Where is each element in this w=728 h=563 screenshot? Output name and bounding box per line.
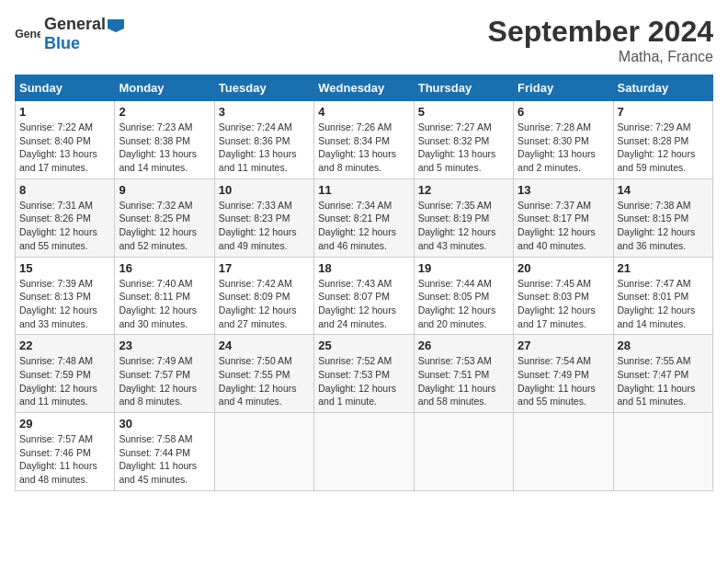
table-row: 8Sunrise: 7:31 AMSunset: 8:26 PMDaylight… xyxy=(16,178,115,257)
logo-arrow-icon xyxy=(108,19,124,32)
table-row: 2Sunrise: 7:23 AMSunset: 8:38 PMDaylight… xyxy=(115,101,214,179)
day-info: Sunrise: 7:39 AMSunset: 8:13 PMDaylight:… xyxy=(19,277,110,331)
col-monday: Monday xyxy=(115,75,214,101)
day-info: Sunrise: 7:50 AMSunset: 7:55 PMDaylight:… xyxy=(219,354,310,408)
day-info: Sunrise: 7:44 AMSunset: 8:05 PMDaylight:… xyxy=(418,277,509,331)
table-row: 26Sunrise: 7:53 AMSunset: 7:51 PMDayligh… xyxy=(414,335,513,413)
col-sunday: Sunday xyxy=(16,75,115,101)
day-number: 25 xyxy=(318,339,409,352)
table-row: 21Sunrise: 7:47 AMSunset: 8:01 PMDayligh… xyxy=(613,257,712,335)
table-row: 4Sunrise: 7:26 AMSunset: 8:34 PMDaylight… xyxy=(314,101,414,179)
table-row: 24Sunrise: 7:50 AMSunset: 7:55 PMDayligh… xyxy=(214,335,313,413)
day-info: Sunrise: 7:37 AMSunset: 8:17 PMDaylight:… xyxy=(518,199,609,253)
day-number: 16 xyxy=(119,261,210,275)
day-info: Sunrise: 7:35 AMSunset: 8:19 PMDaylight:… xyxy=(418,199,509,253)
day-info: Sunrise: 7:23 AMSunset: 8:38 PMDaylight:… xyxy=(119,121,210,175)
day-info: Sunrise: 7:32 AMSunset: 8:25 PMDaylight:… xyxy=(119,199,210,253)
day-info: Sunrise: 7:48 AMSunset: 7:59 PMDaylight:… xyxy=(19,354,110,408)
day-number: 28 xyxy=(618,339,709,352)
day-info: Sunrise: 7:24 AMSunset: 8:36 PMDaylight:… xyxy=(219,121,310,175)
table-row: 12Sunrise: 7:35 AMSunset: 8:19 PMDayligh… xyxy=(414,178,513,257)
day-number: 26 xyxy=(418,339,509,352)
logo: General General Blue xyxy=(15,15,124,53)
day-number: 18 xyxy=(318,261,409,275)
table-row: 1Sunrise: 7:22 AMSunset: 8:40 PMDaylight… xyxy=(16,101,115,179)
day-info: Sunrise: 7:53 AMSunset: 7:51 PMDaylight:… xyxy=(418,354,509,408)
day-number: 20 xyxy=(518,261,609,275)
day-number: 4 xyxy=(318,105,409,119)
table-row xyxy=(514,413,613,491)
table-row: 23Sunrise: 7:49 AMSunset: 7:57 PMDayligh… xyxy=(115,335,214,413)
logo-text-general: General xyxy=(44,15,106,33)
day-info: Sunrise: 7:28 AMSunset: 8:30 PMDaylight:… xyxy=(518,121,609,175)
day-info: Sunrise: 7:57 AMSunset: 7:46 PMDaylight:… xyxy=(19,432,110,487)
table-row: 13Sunrise: 7:37 AMSunset: 8:17 PMDayligh… xyxy=(514,178,613,257)
day-info: Sunrise: 7:43 AMSunset: 8:07 PMDaylight:… xyxy=(318,277,409,331)
day-info: Sunrise: 7:54 AMSunset: 7:49 PMDaylight:… xyxy=(518,354,609,408)
calendar-table: Sunday Monday Tuesday Wednesday Thursday… xyxy=(15,75,713,491)
col-friday: Friday xyxy=(514,75,613,101)
day-number: 24 xyxy=(219,339,310,352)
table-row xyxy=(314,413,414,491)
table-row: 5Sunrise: 7:27 AMSunset: 8:32 PMDaylight… xyxy=(414,101,513,179)
day-number: 5 xyxy=(418,105,509,119)
day-info: Sunrise: 7:29 AMSunset: 8:28 PMDaylight:… xyxy=(618,121,709,175)
calendar-week-row: 1Sunrise: 7:22 AMSunset: 8:40 PMDaylight… xyxy=(16,101,713,179)
calendar-week-row: 8Sunrise: 7:31 AMSunset: 8:26 PMDaylight… xyxy=(16,178,713,257)
table-row: 25Sunrise: 7:52 AMSunset: 7:53 PMDayligh… xyxy=(314,335,414,413)
table-row xyxy=(414,413,513,491)
table-row: 10Sunrise: 7:33 AMSunset: 8:23 PMDayligh… xyxy=(214,178,313,257)
day-number: 17 xyxy=(219,261,310,275)
day-info: Sunrise: 7:33 AMSunset: 8:23 PMDaylight:… xyxy=(219,199,310,253)
day-number: 12 xyxy=(418,183,509,197)
day-info: Sunrise: 7:49 AMSunset: 7:57 PMDaylight:… xyxy=(119,354,210,408)
day-info: Sunrise: 7:31 AMSunset: 8:26 PMDaylight:… xyxy=(19,199,110,253)
table-row xyxy=(214,413,313,491)
table-row: 14Sunrise: 7:38 AMSunset: 8:15 PMDayligh… xyxy=(613,178,712,257)
logo-text-blue: Blue xyxy=(44,34,80,52)
location-title: Matha, France xyxy=(488,49,713,65)
day-number: 15 xyxy=(19,261,110,275)
col-wednesday: Wednesday xyxy=(314,75,414,101)
day-info: Sunrise: 7:52 AMSunset: 7:53 PMDaylight:… xyxy=(318,354,409,408)
day-info: Sunrise: 7:42 AMSunset: 8:09 PMDaylight:… xyxy=(219,277,310,331)
svg-text:General: General xyxy=(15,28,40,40)
header: General General Blue September 2024 Math… xyxy=(15,15,713,65)
day-number: 27 xyxy=(518,339,609,352)
col-thursday: Thursday xyxy=(414,75,513,101)
calendar-header-row: Sunday Monday Tuesday Wednesday Thursday… xyxy=(16,75,713,101)
day-info: Sunrise: 7:47 AMSunset: 8:01 PMDaylight:… xyxy=(618,277,709,331)
table-row: 9Sunrise: 7:32 AMSunset: 8:25 PMDaylight… xyxy=(115,178,214,257)
day-number: 1 xyxy=(19,105,110,119)
day-number: 6 xyxy=(518,105,609,119)
day-number: 29 xyxy=(19,417,110,431)
table-row: 27Sunrise: 7:54 AMSunset: 7:49 PMDayligh… xyxy=(514,335,613,413)
table-row: 15Sunrise: 7:39 AMSunset: 8:13 PMDayligh… xyxy=(16,257,115,335)
table-row: 20Sunrise: 7:45 AMSunset: 8:03 PMDayligh… xyxy=(514,257,613,335)
day-number: 9 xyxy=(119,183,210,197)
day-info: Sunrise: 7:55 AMSunset: 7:47 PMDaylight:… xyxy=(618,354,709,408)
day-number: 14 xyxy=(618,183,709,197)
day-info: Sunrise: 7:38 AMSunset: 8:15 PMDaylight:… xyxy=(618,199,709,253)
day-number: 7 xyxy=(618,105,709,119)
day-number: 11 xyxy=(318,183,409,197)
table-row: 29Sunrise: 7:57 AMSunset: 7:46 PMDayligh… xyxy=(16,413,115,491)
svg-marker-1 xyxy=(108,19,124,32)
table-row xyxy=(613,413,712,491)
calendar-week-row: 15Sunrise: 7:39 AMSunset: 8:13 PMDayligh… xyxy=(16,257,713,335)
day-number: 2 xyxy=(119,105,210,119)
table-row: 28Sunrise: 7:55 AMSunset: 7:47 PMDayligh… xyxy=(613,335,712,413)
day-number: 21 xyxy=(618,261,709,275)
table-row: 3Sunrise: 7:24 AMSunset: 8:36 PMDaylight… xyxy=(214,101,313,179)
day-info: Sunrise: 7:27 AMSunset: 8:32 PMDaylight:… xyxy=(418,121,509,175)
title-area: September 2024 Matha, France xyxy=(488,15,713,65)
day-info: Sunrise: 7:22 AMSunset: 8:40 PMDaylight:… xyxy=(19,121,110,175)
day-number: 13 xyxy=(518,183,609,197)
day-info: Sunrise: 7:58 AMSunset: 7:44 PMDaylight:… xyxy=(119,432,210,487)
calendar-week-row: 29Sunrise: 7:57 AMSunset: 7:46 PMDayligh… xyxy=(16,413,713,491)
table-row: 19Sunrise: 7:44 AMSunset: 8:05 PMDayligh… xyxy=(414,257,513,335)
day-number: 8 xyxy=(19,183,110,197)
table-row: 7Sunrise: 7:29 AMSunset: 8:28 PMDaylight… xyxy=(613,101,712,179)
day-number: 3 xyxy=(219,105,310,119)
day-number: 23 xyxy=(119,339,210,352)
